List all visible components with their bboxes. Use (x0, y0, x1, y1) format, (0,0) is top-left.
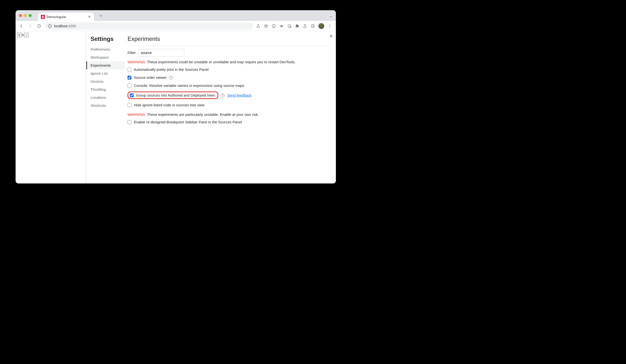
site-info-icon[interactable] (48, 24, 52, 28)
browser-tab[interactable]: DemoAngular ✕ (38, 13, 94, 21)
close-window-button[interactable] (19, 14, 22, 17)
svg-rect-10 (311, 25, 314, 27)
filter-input[interactable] (138, 49, 184, 56)
filter-row: Filter (127, 49, 329, 56)
experiment-label: Source order viewer (134, 75, 166, 79)
labs-flask-icon[interactable] (303, 24, 307, 28)
browser-window: DemoAngular ✕ ＋ ⌄ localhost:4200 (16, 10, 336, 183)
svg-point-7 (282, 26, 283, 27)
svg-point-3 (272, 24, 275, 28)
settings-main: Experiments Filter WARNING: These experi… (125, 31, 336, 183)
warning-unstable: WARNING: These experiments could be unst… (127, 60, 329, 64)
reload-button[interactable] (36, 23, 42, 29)
help-icon[interactable]: ? (169, 76, 173, 79)
nav-locations[interactable]: Locations (86, 93, 125, 102)
close-tab-icon[interactable]: ✕ (88, 15, 91, 19)
experiment-label: Automatically pretty print in the Source… (134, 67, 209, 72)
decrement-button[interactable]: - (24, 33, 29, 37)
counter-value: 0 (22, 33, 24, 37)
warning-particularly-unstable: WARNING: These experiments are particula… (127, 112, 329, 116)
extension-clock-icon[interactable] (287, 24, 292, 28)
tab-title: DemoAngular (47, 15, 86, 19)
experiment-label: Hide ignore-listed code in sources tree … (134, 103, 204, 107)
toolbar-actions (256, 23, 333, 29)
experiment-source-order-viewer: Source order viewer ? (127, 75, 329, 79)
address-bar[interactable]: localhost:4200 (45, 22, 253, 30)
send-feedback-link[interactable]: Send feedback (227, 93, 251, 97)
settings-nav: Preferences Workspace Experiments Ignore… (86, 45, 125, 109)
profile-avatar[interactable] (318, 23, 324, 29)
window-controls (19, 14, 32, 17)
svg-point-14 (330, 27, 330, 28)
url-text: localhost:4200 (54, 24, 76, 28)
highlight-box: Group sources into Authored and Deployed… (127, 91, 218, 99)
devtools-settings-panel: ✕ Settings Preferences Workspace Experim… (86, 31, 336, 183)
nav-ignore-list[interactable]: Ignore List (86, 69, 125, 77)
nav-throttling[interactable]: Throttling (86, 85, 125, 93)
experiment-console-resolve-checkbox[interactable] (127, 84, 131, 88)
experiment-breakpoint-sidebar: Enable re-designed Breakpoint Sidebar Pa… (127, 120, 329, 124)
forward-button[interactable] (27, 23, 33, 29)
nav-shortcuts[interactable]: Shortcuts (86, 102, 125, 109)
svg-point-5 (274, 25, 275, 26)
nav-workspace[interactable]: Workspace (86, 53, 125, 61)
extension-smiley-icon[interactable] (272, 24, 276, 28)
svg-point-1 (50, 25, 50, 26)
side-panel-icon[interactable] (311, 24, 315, 28)
extensions-puzzle-icon[interactable] (295, 24, 299, 28)
experiment-pretty-print-checkbox[interactable] (127, 68, 131, 72)
extension-incognito-icon[interactable] (279, 24, 284, 28)
browser-toolbar: localhost:4200 (16, 21, 336, 31)
svg-point-6 (280, 26, 282, 27)
svg-point-4 (273, 25, 274, 26)
filter-label: Filter (127, 51, 136, 55)
counter-widget: + 0 - (17, 33, 29, 37)
content-area: + 0 - ✕ Settings Preferences Workspace E… (16, 31, 336, 183)
bookmark-star-icon[interactable] (264, 24, 268, 28)
svg-rect-2 (50, 26, 50, 27)
divider (127, 46, 329, 46)
tab-overflow-icon[interactable]: ⌄ (329, 14, 332, 18)
experiment-hide-ignore-listed: Hide ignore-listed code in sources tree … (127, 103, 329, 107)
settings-title: Settings (86, 36, 125, 45)
experiment-hide-ignore-checkbox[interactable] (127, 103, 131, 107)
nav-devices[interactable]: Devices (86, 77, 125, 85)
help-icon[interactable]: ? (221, 93, 225, 97)
experiment-label: Group sources into Authored and Deployed… (136, 93, 215, 97)
experiments-heading: Experiments (127, 36, 329, 42)
new-tab-button[interactable]: ＋ (97, 12, 104, 19)
share-icon[interactable] (256, 24, 260, 28)
page-viewport: + 0 - (16, 31, 86, 183)
experiment-breakpoint-sidebar-checkbox[interactable] (127, 120, 131, 124)
experiment-group-sources-checkbox[interactable] (130, 93, 134, 97)
kebab-menu-icon[interactable] (328, 24, 332, 28)
tab-strip: DemoAngular ✕ ＋ ⌄ (16, 10, 336, 21)
experiment-pretty-print: Automatically pretty print in the Source… (127, 67, 329, 72)
increment-button[interactable]: + (17, 33, 21, 37)
nav-experiments[interactable]: Experiments (86, 61, 125, 69)
nav-preferences[interactable]: Preferences (86, 45, 125, 53)
close-settings-icon[interactable]: ✕ (329, 34, 333, 39)
back-button[interactable] (18, 23, 24, 29)
experiment-label: Console: Resolve variable names in expre… (134, 83, 244, 88)
svg-point-12 (330, 25, 330, 25)
settings-sidebar: Settings Preferences Workspace Experimen… (86, 31, 125, 183)
angular-favicon-icon (41, 15, 45, 19)
experiment-group-sources: Group sources into Authored and Deployed… (127, 91, 329, 99)
maximize-window-button[interactable] (29, 14, 32, 17)
experiment-label: Enable re-designed Breakpoint Sidebar Pa… (134, 120, 242, 124)
experiment-console-resolve: Console: Resolve variable names in expre… (127, 83, 329, 88)
minimize-window-button[interactable] (24, 14, 27, 17)
svg-point-13 (330, 26, 330, 26)
experiment-source-order-checkbox[interactable] (127, 76, 131, 79)
